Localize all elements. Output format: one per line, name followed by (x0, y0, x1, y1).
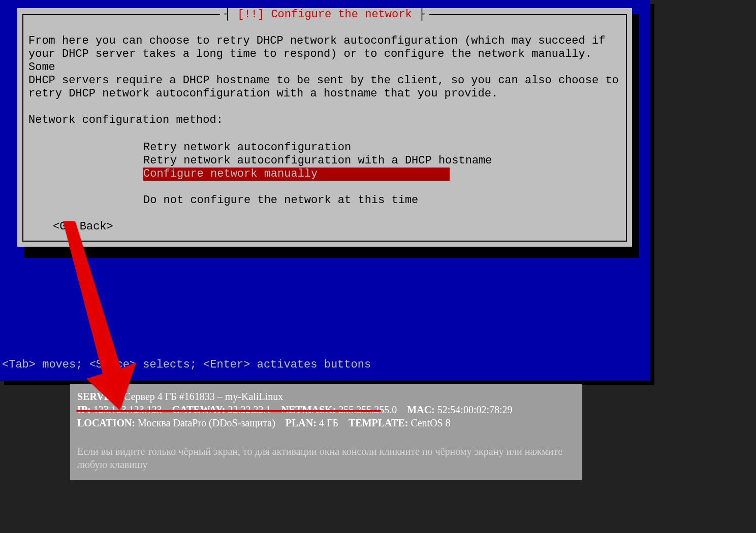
plan-label: PLAN: (286, 417, 317, 428)
netmask-value: 255.255.255.0 (338, 404, 397, 415)
server-info-panel: SERVER: Сервер 4 ГБ #161833 – my-KaliLin… (70, 384, 582, 480)
netmask-label: NETMASK: (281, 404, 336, 415)
dialog-description: From here you can choose to retry DHCP n… (28, 35, 621, 101)
dialog-title-text: Configure the network (271, 8, 412, 21)
server-label: SERVER: (77, 391, 121, 402)
ip-label: IP: (77, 404, 91, 415)
installer-console: ┤ [!!] Configure the network ├ From here… (0, 0, 655, 385)
mac-label: MAC: (407, 404, 434, 415)
server-value: Сервер 4 ГБ #161833 – my-KaliLinux (124, 391, 283, 402)
option-skip-network[interactable]: Do not configure the network at this tim… (143, 194, 621, 207)
console-screen[interactable]: ┤ [!!] Configure the network ├ From here… (0, 0, 650, 381)
dialog-title: ┤ [!!] Configure the network ├ (220, 8, 429, 21)
dialog-title-prefix: [!!] (237, 8, 264, 21)
keyboard-hint: <Tab> moves; <Space> selects; <Enter> ac… (2, 358, 371, 372)
option-retry-hostname[interactable]: Retry network autoconfiguration with a D… (143, 154, 621, 168)
highlight-underline (76, 410, 381, 412)
dialog-body: From here you can choose to retry DHCP n… (28, 35, 621, 234)
option-retry-autoconfig[interactable]: Retry network autoconfiguration (143, 141, 621, 154)
console-note: Если вы видите только чёрный экран, то д… (77, 445, 575, 471)
go-back-button[interactable]: <Go Back> (53, 220, 621, 234)
option-configure-manually[interactable]: Configure network manually (143, 168, 450, 181)
network-config-dialog: ┤ [!!] Configure the network ├ From here… (17, 8, 632, 247)
location-value: Москва DataPro (DDoS-защита) (138, 417, 275, 428)
gateway-value: 22.22.22.1 (228, 404, 271, 415)
menu-options: Retry network autoconfiguration Retry ne… (143, 141, 621, 207)
gateway-label: GATEWAY: (172, 404, 226, 415)
template-label: TEMPLATE: (349, 417, 408, 428)
location-label: LOCATION: (77, 417, 135, 428)
template-value: CentOS 8 (411, 417, 450, 428)
plan-value: 4 ГБ (319, 417, 338, 428)
dialog-prompt: Network configuration method: (28, 114, 621, 127)
mac-value: 52:54:00:02:78:29 (437, 404, 513, 415)
ip-value: 123.123.123.123 (93, 404, 162, 415)
